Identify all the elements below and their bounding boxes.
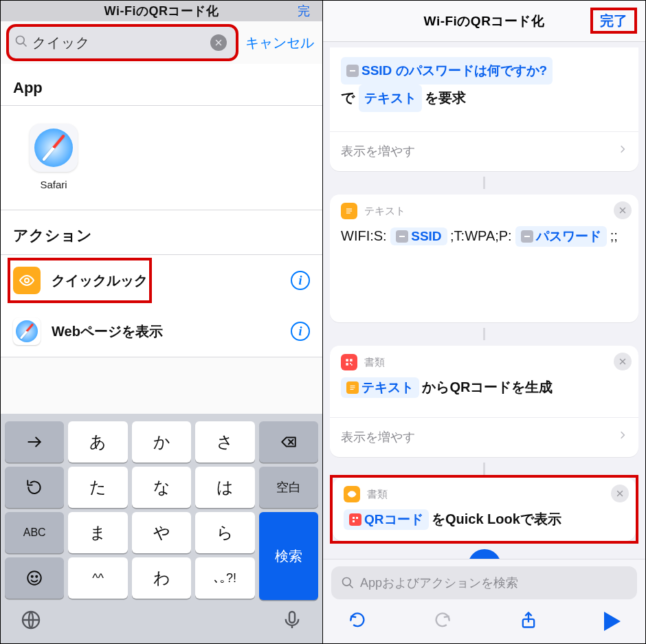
- eye-icon: [344, 486, 360, 502]
- info-button[interactable]: i: [291, 271, 310, 290]
- action-card-quicklook[interactable]: 書類 QRコード をQuick Lookで表示: [333, 478, 636, 541]
- text-icon: [341, 203, 357, 219]
- svg-rect-13: [350, 70, 355, 71]
- card-head-label: 書類: [367, 488, 388, 501]
- chevron-right-icon: [618, 428, 627, 446]
- action-card-text[interactable]: テキスト WIFI:S: SSID ;T:WPA;P: パスワード ;;: [330, 195, 638, 322]
- variable-text[interactable]: テキスト: [341, 377, 419, 398]
- svg-rect-25: [346, 363, 348, 366]
- show-more[interactable]: 表示を増やす: [330, 131, 638, 171]
- mic-icon[interactable]: [281, 609, 303, 634]
- svg-rect-26: [350, 363, 351, 364]
- app-header: App: [1, 64, 322, 105]
- action-show-webpage[interactable]: Webページを表示 i: [1, 306, 322, 357]
- action-card-ask-input[interactable]: SSID のパスワードは何ですか? で テキスト を要求 表示を増やす: [330, 47, 638, 171]
- key-punct[interactable]: ､｡?!: [195, 557, 254, 599]
- variable-text-type[interactable]: テキスト: [359, 85, 422, 112]
- bottom-toolbar: Appおよびアクションを検索: [323, 559, 645, 643]
- delete-action-button[interactable]: [611, 485, 629, 502]
- delete-action-button[interactable]: [614, 201, 632, 219]
- clear-search-button[interactable]: [210, 34, 227, 51]
- redo-button[interactable]: [433, 610, 452, 632]
- show-more[interactable]: 表示を増やす: [330, 417, 638, 457]
- key-undo[interactable]: [5, 467, 64, 508]
- variable-qrcode[interactable]: QRコード: [344, 509, 429, 530]
- svg-rect-12: [289, 612, 295, 623]
- left-pane: Wi-FiのQRコード化 完 キャンセル App Safari アクション: [1, 1, 323, 643]
- key-ta[interactable]: た: [68, 467, 127, 508]
- app-item-safari[interactable]: Safari: [23, 124, 85, 190]
- svg-rect-36: [353, 520, 355, 522]
- key-sa[interactable]: さ: [195, 421, 254, 463]
- keyboard[interactable]: あ か さ た な は 空白 ABC ま や ら 検索 ^^ わ ､｡?!: [1, 414, 322, 643]
- key-next-candidate[interactable]: [5, 421, 64, 463]
- background-done: 完: [298, 3, 310, 19]
- safari-small-icon: [13, 318, 41, 345]
- key-ha[interactable]: は: [195, 467, 254, 508]
- svg-rect-18: [346, 213, 350, 214]
- key-ma[interactable]: ま: [68, 512, 127, 553]
- svg-rect-28: [350, 386, 355, 386]
- background-navbar: Wi-FiのQRコード化 完: [1, 1, 322, 21]
- search-placeholder: Appおよびアクションを検索: [360, 575, 518, 591]
- run-button[interactable]: [604, 612, 621, 631]
- key-search[interactable]: 検索: [259, 512, 318, 600]
- card-head-label: 書類: [364, 356, 385, 369]
- action-label: Webページを表示: [52, 322, 280, 341]
- qr-icon: [341, 354, 357, 370]
- svg-rect-19: [399, 236, 405, 237]
- key-abc[interactable]: ABC: [5, 512, 64, 553]
- globe-icon[interactable]: [20, 609, 42, 634]
- search-input[interactable]: [32, 35, 206, 51]
- variable-ssid-question[interactable]: SSID のパスワードは何ですか?: [341, 57, 553, 85]
- svg-point-10: [36, 576, 37, 577]
- key-ya[interactable]: や: [132, 512, 191, 553]
- add-action-button[interactable]: [468, 549, 501, 559]
- svg-point-0: [16, 36, 25, 45]
- svg-rect-35: [356, 517, 358, 519]
- key-space[interactable]: 空白: [259, 467, 318, 508]
- action-header: アクション: [1, 210, 322, 254]
- key-ra[interactable]: ら: [195, 512, 254, 553]
- key-caret[interactable]: ^^: [68, 557, 127, 599]
- share-button[interactable]: [519, 610, 538, 632]
- key-wa[interactable]: わ: [132, 557, 191, 599]
- svg-rect-30: [350, 389, 354, 390]
- variable-password[interactable]: パスワード: [515, 226, 607, 247]
- chevron-right-icon: [618, 142, 627, 160]
- cancel-button[interactable]: キャンセル: [245, 34, 314, 52]
- search-icon: [14, 34, 28, 51]
- svg-rect-20: [524, 236, 530, 237]
- svg-point-33: [350, 493, 353, 496]
- info-button[interactable]: i: [291, 322, 310, 341]
- svg-rect-27: [351, 364, 353, 366]
- undo-button[interactable]: [348, 610, 367, 632]
- search-box[interactable]: [8, 25, 237, 60]
- action-label: クイックルック: [52, 271, 280, 290]
- svg-rect-29: [350, 388, 355, 388]
- action-card-generate-qr[interactable]: 書類 テキスト からQRコードを生成 表示を増やす: [330, 346, 638, 457]
- svg-line-1: [23, 43, 27, 47]
- delete-action-button[interactable]: [614, 353, 632, 370]
- key-emoji[interactable]: [5, 557, 64, 599]
- right-pane: Wi-FiのQRコード化 完了 SSID のパスワードは何ですか? で テキスト…: [323, 1, 645, 643]
- action-quicklook[interactable]: クイックルック i: [1, 255, 322, 306]
- safari-icon: [30, 124, 78, 172]
- key-ka[interactable]: か: [132, 421, 191, 463]
- svg-point-8: [27, 571, 41, 585]
- eye-icon: [13, 267, 41, 294]
- action-search[interactable]: Appおよびアクションを検索: [331, 566, 637, 599]
- svg-rect-16: [346, 209, 352, 210]
- variable-ssid[interactable]: SSID: [390, 227, 447, 245]
- key-a[interactable]: あ: [68, 421, 127, 463]
- svg-point-4: [25, 278, 29, 282]
- svg-rect-23: [346, 359, 348, 362]
- svg-rect-17: [346, 211, 352, 212]
- workflow-canvas[interactable]: SSID のパスワードは何ですか? で テキスト を要求 表示を増やす テキスト: [323, 42, 645, 559]
- app-grid: Safari: [1, 106, 322, 210]
- background-title: Wi-FiのQRコード化: [104, 3, 219, 19]
- key-backspace[interactable]: [259, 421, 318, 463]
- svg-point-9: [32, 576, 33, 577]
- done-button[interactable]: 完了: [590, 8, 637, 34]
- key-na[interactable]: な: [132, 467, 191, 508]
